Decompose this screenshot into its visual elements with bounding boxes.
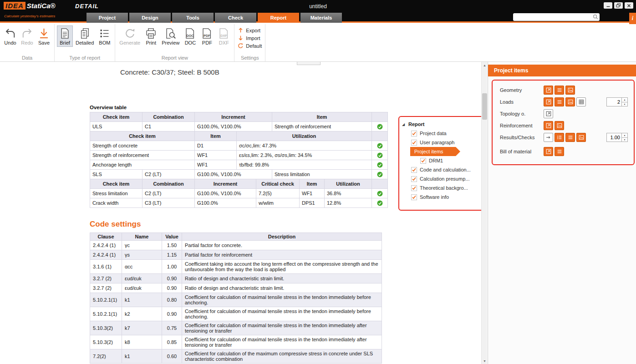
search-input[interactable] [513,13,593,21]
ribbon-button-bom[interactable]: BOM [97,25,112,47]
overview-cell: Combination [142,179,195,188]
overview-cell: σc/σc,lim: 47.3% [237,141,372,150]
tree-item-code-and-calculation[interactable]: Code and calculation... [401,165,481,174]
image-icon[interactable] [555,121,564,130]
status-cell [372,198,387,207]
image-icon[interactable] [565,86,575,95]
scroll-up-button[interactable] [482,62,488,68]
ribbon-group-report-view: GeneratePrintPreviewDOCDOCPDFPDFDXFDXFRe… [115,24,234,61]
code-cell: Coefficient for calculation of maximal t… [182,293,382,307]
view-icon[interactable] [544,109,553,118]
count-spinner[interactable]: 1.00▲▼ [606,133,628,142]
spinner-up-button[interactable]: ▲ [622,133,627,137]
checkbox-checked-icon[interactable] [411,140,417,146]
tab-check[interactable]: Check [215,13,256,23]
table-icon[interactable] [576,97,586,106]
ribbon-button-redo[interactable]: Redo [19,25,35,47]
spinner-up-button[interactable]: ▲ [622,98,627,102]
code-cell: 0.90 [162,274,182,283]
line-icon[interactable] [544,133,553,142]
code-cell: 0.80 [162,293,182,307]
scroll-thumb[interactable] [482,93,487,120]
tab-tools[interactable]: Tools [172,13,214,23]
checkbox-checked-icon[interactable] [420,158,426,164]
overview-cell: εs/εs,lim: 2.3%, σs/σs,lim: 34.5% [237,151,372,160]
tab-report[interactable]: Report [258,13,299,23]
tab-materials[interactable]: Materials [300,13,342,23]
list-detail-icon[interactable] [555,133,564,142]
image-icon[interactable] [576,133,586,142]
ribbon-group-data: UndoRedoSaveData [0,24,55,61]
overview-cell: 12.8% [325,198,372,207]
checkbox-checked-icon[interactable] [411,194,417,200]
list-icon[interactable] [555,147,564,156]
tree-item-project-items[interactable]: Project items [401,147,481,156]
tab-project[interactable]: Project [86,13,128,23]
list-icon[interactable] [555,97,564,106]
status-cell [372,141,387,150]
project-items-panel: Project items GeometryLoads2▲▼Topology o… [488,62,636,364]
ribbon-button-save[interactable]: Save [36,25,52,47]
overview-cell: Item [272,112,372,121]
code-cell: k1 [122,349,162,363]
tree-item-drm1[interactable]: DRM1 [401,156,481,165]
checkbox-checked-icon[interactable] [411,167,417,173]
restore-button[interactable] [614,2,623,9]
status-cell [372,189,387,198]
checkbox-checked-icon[interactable] [411,131,417,136]
overview-cell: C3 (LT) [142,198,195,207]
code-settings-title: Code settings [90,220,141,229]
ribbon-button-default[interactable]: Default [237,42,263,49]
checkbox-checked-icon[interactable] [411,176,417,182]
ribbon-button-dxf[interactable]: DXFDXF [216,25,232,47]
close-button[interactable] [625,2,633,9]
info-button[interactable]: i [629,13,636,24]
expander-icon[interactable] [402,122,408,126]
code-cell: εud/εuk [122,274,162,283]
ribbon-button-import[interactable]: Import [237,35,263,41]
ribbon-group-label: Data [0,55,54,61]
vertical-scrollbar[interactable] [481,62,487,364]
overview-cell: Strength of concrete [90,141,195,150]
ribbon-button-brief[interactable]: Brief [57,25,73,47]
code-cell: Coefficient for calculation of maximal t… [182,307,382,321]
code-cell: Partial factor for reinforcement [182,250,382,259]
list-icon[interactable] [555,86,564,95]
overview-cell: C2 (LT) [142,189,195,198]
tree-item-user-paragraph[interactable]: User paragraph [401,138,481,147]
tree-item-report[interactable]: Report [401,120,481,129]
ribbon-group-label: Type of report [55,55,115,61]
view-icon[interactable] [544,147,553,156]
minimize-button[interactable] [604,2,612,9]
tree-item-project-data[interactable]: Project data [401,129,481,138]
scroll-down-button[interactable] [482,358,488,364]
printer-icon [145,27,157,40]
overview-cell: G100.0%, V100.0% [195,189,256,198]
image-icon[interactable] [565,97,575,106]
search-icon[interactable] [593,13,598,21]
view-icon[interactable] [544,86,553,95]
overview-cell: G100.0%, V100.0% [195,170,272,179]
ribbon-button-detailed[interactable]: Detailed [74,25,96,47]
tab-design[interactable]: Design [129,13,171,23]
tree-item-theoretical-backgro[interactable]: Theoretical backgro... [401,183,481,192]
checkbox-checked-icon[interactable] [411,185,417,191]
overview-cell: G100.0% [195,198,256,207]
ribbon-button-generate[interactable]: Generate [117,25,142,47]
list-icon[interactable] [565,133,575,142]
ribbon-button-undo[interactable]: Undo [2,25,18,47]
spinner-down-button[interactable]: ▼ [622,102,627,106]
ribbon-button-export[interactable]: Export [237,27,263,34]
spinner-down-button[interactable]: ▼ [622,137,627,142]
count-spinner[interactable]: 2▲▼ [606,97,628,106]
view-icon[interactable] [544,121,553,130]
ribbon-button-pdf[interactable]: PDFPDF [199,25,215,47]
tree-item-software-info[interactable]: Software info [401,192,481,202]
tree-item-calculation-presump[interactable]: Calculation presump... [401,174,481,183]
overview-table-title: Overview table [90,105,127,110]
ribbon-button-print[interactable]: Print [143,25,159,47]
ribbon-button-preview[interactable]: Preview [160,25,181,47]
pass-check-icon [377,152,383,158]
ribbon-button-doc[interactable]: DOCDOC [182,25,198,47]
view-icon[interactable] [544,97,553,106]
